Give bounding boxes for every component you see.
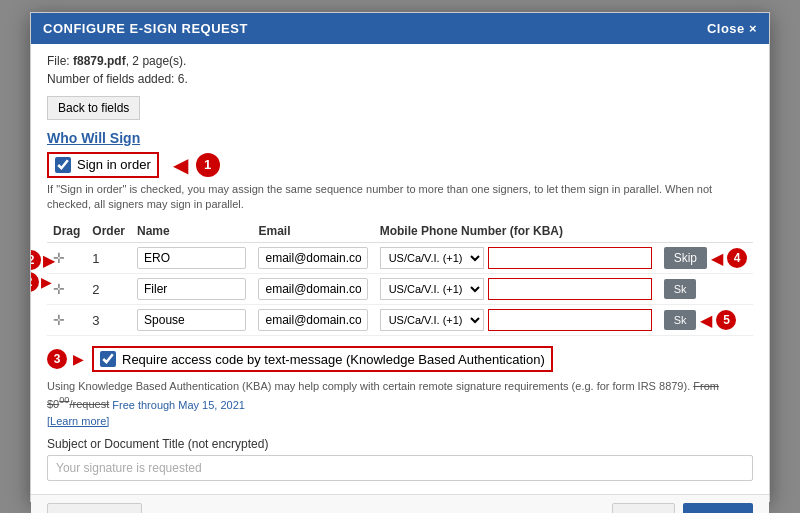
who-will-sign-title: Who Will Sign: [47, 130, 753, 146]
file-name: f8879.pdf: [73, 54, 126, 68]
order-cell-2: 2: [86, 274, 131, 305]
left-row1-annotation: 2 ▶: [31, 272, 52, 292]
annotation-2-group: 2 ▶: [31, 250, 55, 270]
annotation-badge-4: 4: [727, 248, 747, 268]
annotation-badge-5: 5: [716, 310, 736, 330]
phone-extra-3[interactable]: [488, 309, 652, 331]
skip-cell-3: Sk ◀ 5: [658, 305, 753, 336]
name-input-2[interactable]: [137, 278, 246, 300]
send-button[interactable]: Send: [683, 503, 753, 514]
close-button[interactable]: Close ×: [707, 21, 757, 36]
drag-handle-3[interactable]: ✛: [53, 312, 65, 328]
col-phone: Mobile Phone Number (for KBA): [374, 220, 658, 243]
arrow-right-3: ▶: [73, 351, 84, 367]
phone-extra-2[interactable]: [488, 278, 652, 300]
skip-cell-1: Skip ◀ 4: [658, 243, 753, 274]
kba-checkbox[interactable]: [100, 351, 116, 367]
kba-row: 3 ▶ Require access code by text-message …: [47, 346, 753, 372]
kba-section: 3 ▶ Require access code by text-message …: [47, 346, 753, 429]
arrow-left-5: ◀: [700, 311, 712, 330]
col-email: Email: [252, 220, 373, 243]
email-input-3[interactable]: [258, 309, 367, 331]
order-num-2: 2: [92, 282, 99, 297]
skip-button-1[interactable]: Skip: [664, 247, 707, 269]
annotation-badge-3: 3: [47, 349, 67, 369]
table-row: ✛ 2: [47, 274, 753, 305]
annotation-badge-2: 2: [31, 250, 41, 270]
email-input-1[interactable]: [258, 247, 367, 269]
table-row: ✛ 1: [47, 243, 753, 274]
skip-button-2[interactable]: Sk: [664, 279, 697, 299]
file-info: File: f8879.pdf, 2 page(s).: [47, 54, 753, 68]
back-to-fields-button[interactable]: Back to fields: [47, 96, 140, 120]
annotation-badge-1: 1: [196, 153, 220, 177]
skip-button-3[interactable]: Sk: [664, 310, 697, 330]
save-draft-button[interactable]: Save Draft: [47, 503, 142, 514]
phone-select-1[interactable]: US/Ca/V.I. (+1): [380, 247, 484, 269]
phone-select-3[interactable]: US/Ca/V.I. (+1): [380, 309, 484, 331]
phone-cell-2: US/Ca/V.I. (+1): [374, 274, 658, 305]
modal-header: CONFIGURE E-SIGN REQUEST Close ×: [31, 13, 769, 44]
name-input-3[interactable]: [137, 309, 246, 331]
skip-cell-2: Sk: [658, 274, 753, 305]
modal-title: CONFIGURE E-SIGN REQUEST: [43, 21, 248, 36]
signers-section: 2 ▶ Drag Order Name Email Mobile Phone N…: [47, 220, 753, 336]
order-num-1: 1: [92, 251, 99, 266]
order-cell-1: 1: [86, 243, 131, 274]
email-cell-2: [252, 274, 373, 305]
email-cell-1: [252, 243, 373, 274]
phone-cell-3: US/Ca/V.I. (+1): [374, 305, 658, 336]
configure-esign-modal: CONFIGURE E-SIGN REQUEST Close × File: f…: [30, 12, 770, 502]
learn-more-link[interactable]: [Learn more]: [47, 415, 109, 427]
order-num-3: 3: [92, 313, 99, 328]
modal-body: File: f8879.pdf, 2 page(s). Number of fi…: [31, 44, 769, 494]
name-input-1[interactable]: [137, 247, 246, 269]
signers-table: Drag Order Name Email Mobile Phone Numbe…: [47, 220, 753, 336]
arrow-right-1: ◀: [173, 153, 188, 177]
table-header-row: Drag Order Name Email Mobile Phone Numbe…: [47, 220, 753, 243]
phone-select-2[interactable]: US/Ca/V.I. (+1): [380, 278, 484, 300]
kba-note: Using Knowledge Based Authentication (KB…: [47, 378, 753, 429]
name-cell-3: [131, 305, 252, 336]
kba-label[interactable]: Require access code by text-message (Kno…: [122, 352, 545, 367]
sign-in-order-label[interactable]: Sign in order: [77, 157, 151, 172]
phone-cell-1: US/Ca/V.I. (+1): [374, 243, 658, 274]
col-drag: Drag: [47, 220, 86, 243]
drag-cell-3: ✛: [47, 305, 86, 336]
fields-info: Number of fields added: 6.: [47, 72, 753, 86]
col-order: Order: [86, 220, 131, 243]
subject-input[interactable]: [47, 455, 753, 481]
email-input-2[interactable]: [258, 278, 367, 300]
sign-in-order-checkbox[interactable]: [55, 157, 71, 173]
order-cell-3: 3: [86, 305, 131, 336]
name-cell-2: [131, 274, 252, 305]
subject-label: Subject or Document Title (not encrypted…: [47, 437, 753, 451]
arrow-left-4: ◀: [711, 249, 723, 268]
col-action: [658, 220, 753, 243]
sign-in-order-row: Sign in order ◀ 1: [47, 152, 753, 178]
phone-extra-1[interactable]: [488, 247, 652, 269]
name-cell-1: [131, 243, 252, 274]
email-cell-3: [252, 305, 373, 336]
modal-footer: Save Draft Back Send: [31, 494, 769, 514]
arrow-right-2: ▶: [43, 251, 55, 270]
back-button[interactable]: Back: [612, 503, 675, 514]
sign-in-order-note: If "Sign in order" is checked, you may a…: [47, 182, 753, 213]
table-row: ✛ 3: [47, 305, 753, 336]
col-name: Name: [131, 220, 252, 243]
free-text: Free through May 15, 2021: [112, 398, 245, 410]
